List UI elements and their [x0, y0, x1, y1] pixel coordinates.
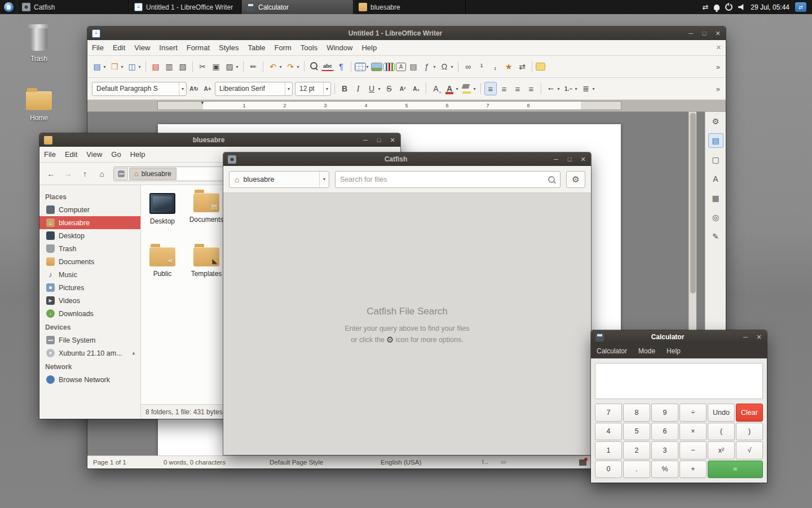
close-button[interactable]: ✕: [389, 133, 396, 147]
writer-menu-item[interactable]: Form: [270, 40, 295, 55]
insert-table-caret[interactable]: ▾: [365, 60, 370, 73]
maximize-button[interactable]: □: [566, 152, 573, 166]
volume-icon[interactable]: [738, 4, 745, 11]
close-button[interactable]: ✕: [714, 27, 721, 40]
insert-textbox-button[interactable]: A: [396, 63, 406, 71]
file-item-documents[interactable]: ▤ Documents: [185, 193, 228, 224]
accessibility-tab[interactable]: ✎: [708, 229, 723, 244]
close-button[interactable]: ✕: [756, 330, 762, 344]
calc-button-9[interactable]: 9: [651, 404, 678, 422]
calc-button-subtract[interactable]: −: [679, 441, 707, 459]
fm-menu-item[interactable]: Go: [107, 147, 125, 162]
catfish-results-area[interactable]: Catfish File Search Enter your query abo…: [223, 193, 591, 455]
writer-menu-item[interactable]: Window: [322, 40, 357, 55]
word-count-status[interactable]: 0 words, 0 characters: [164, 456, 226, 468]
calc-button-8[interactable]: 8: [623, 404, 650, 422]
special-character-caret[interactable]: ▾: [449, 60, 454, 73]
current-folder-crumb[interactable]: ⌂ bluesabre: [129, 168, 176, 180]
spelling-button[interactable]: abc: [321, 62, 334, 71]
calc-button-2[interactable]: 2: [623, 441, 650, 459]
network-icon[interactable]: ⇄: [702, 3, 708, 11]
sidebar-item-xubuntu-volume[interactable]: Xubuntu 21.10 am...▲: [39, 347, 140, 360]
close-button[interactable]: ✕: [580, 152, 586, 166]
desktop-icon-trash[interactable]: Trash: [20, 25, 58, 63]
navigator-tab[interactable]: ◎: [708, 210, 723, 225]
bullet-list-button[interactable]: •–: [545, 82, 557, 95]
writer-menu-item[interactable]: File: [87, 40, 108, 55]
taskbar-item-writer[interactable]: ≡ Untitled 1 - LibreOffice Writer: [129, 0, 241, 14]
calc-button-open-paren[interactable]: (: [708, 423, 735, 441]
minimize-button[interactable]: ─: [687, 27, 694, 40]
font-size-combo[interactable]: 12 pt ▾: [295, 82, 331, 96]
clone-formatting-button[interactable]: ✏: [247, 60, 259, 73]
sidebar-item-videos[interactable]: ▶Videos: [39, 294, 140, 307]
export-pdf-button[interactable]: ▤: [149, 60, 162, 73]
sidebar-item-computer[interactable]: Computer: [39, 203, 140, 216]
sidebar-item-bluesabre[interactable]: ⌂bluesabre: [39, 216, 140, 229]
writer-menu-item[interactable]: Table: [243, 40, 270, 55]
toolbar-overflow-button[interactable]: »: [714, 85, 722, 93]
toolbar-overflow-button[interactable]: »: [714, 63, 722, 71]
sidebar-item-file-system[interactable]: File System: [39, 334, 140, 347]
taskbar-item-catfish[interactable]: Catfish: [17, 0, 129, 14]
user-switch-icon[interactable]: ⇄: [795, 2, 806, 12]
calc-display[interactable]: [595, 363, 763, 399]
paragraph-style-combo[interactable]: Default Paragraph S ▾: [92, 82, 187, 96]
sidebar-item-documents[interactable]: Documents: [39, 255, 140, 268]
taskbar-item-calculator[interactable]: Calculator: [241, 0, 354, 14]
calc-button-sqrt[interactable]: √: [736, 441, 763, 459]
home-button[interactable]: ⌂: [94, 167, 109, 181]
calc-button-0[interactable]: 0: [595, 461, 622, 479]
fm-titlebar[interactable]: bluesabre ─ □ ✕: [39, 133, 400, 147]
insert-field-caret[interactable]: ▾: [432, 60, 437, 73]
desktop-icon-home[interactable]: Home: [20, 87, 58, 122]
writer-menu-item[interactable]: Insert: [155, 40, 182, 55]
underline-button[interactable]: U: [365, 82, 378, 95]
calculator-menu-item[interactable]: Mode: [633, 344, 661, 358]
bullet-list-caret[interactable]: ▾: [556, 82, 561, 95]
calc-button-equals[interactable]: =: [708, 461, 763, 479]
writer-titlebar[interactable]: ≡ Untitled 1 - LibreOffice Writer ─ □ ✕: [87, 27, 726, 40]
print-preview-button[interactable]: ▧: [176, 60, 189, 73]
special-character-button[interactable]: Ω: [438, 60, 451, 73]
fm-menu-item[interactable]: Edit: [60, 147, 82, 162]
undo-button[interactable]: ↶: [267, 60, 279, 73]
superscript-button[interactable]: A²: [396, 82, 409, 95]
calculator-titlebar[interactable]: Calculator ─ ✕: [591, 330, 767, 344]
undo-caret[interactable]: ▾: [278, 60, 283, 73]
paste-caret[interactable]: ▾: [235, 60, 240, 73]
sidebar-item-browse-network[interactable]: Browse Network: [39, 373, 140, 386]
sidebar-settings-tab[interactable]: ⚙: [708, 114, 723, 129]
sidebar-item-trash[interactable]: Trash: [39, 242, 140, 255]
calc-button-decimal[interactable]: .: [623, 461, 650, 479]
notifications-icon[interactable]: [714, 5, 720, 10]
root-crumb-button[interactable]: [114, 168, 128, 180]
calc-button-3[interactable]: 3: [651, 441, 678, 459]
properties-tab[interactable]: ▤: [708, 133, 723, 148]
open-caret[interactable]: ▾: [120, 60, 125, 73]
italic-button[interactable]: I: [352, 82, 364, 95]
new-document-button[interactable]: ▤: [91, 60, 103, 73]
new-style-button[interactable]: A+: [201, 82, 214, 95]
redo-button[interactable]: ↷: [284, 60, 297, 73]
page-style-status[interactable]: Default Page Style: [270, 456, 323, 468]
maximize-button[interactable]: □: [701, 27, 708, 40]
close-document-icon[interactable]: ✕: [716, 44, 721, 51]
footnote-button[interactable]: ¹: [475, 60, 488, 73]
back-button[interactable]: ←: [43, 167, 59, 181]
clear-formatting-button[interactable]: A: [430, 82, 442, 95]
calc-button-5[interactable]: 5: [623, 423, 650, 441]
file-item-templates[interactable]: ◣ Templates: [185, 247, 228, 278]
line-spacing-button[interactable]: ≣: [580, 82, 592, 95]
file-item-desktop[interactable]: Desktop: [141, 193, 184, 225]
file-item-public[interactable]: ⋖ Public: [141, 247, 184, 278]
calc-button-square[interactable]: x²: [708, 441, 735, 459]
page-break-button[interactable]: ▤: [407, 60, 420, 73]
page-tab[interactable]: ▢: [708, 152, 723, 167]
calc-button-multiply[interactable]: ×: [679, 423, 707, 441]
cut-button[interactable]: ✂: [196, 60, 209, 73]
location-dropdown[interactable]: ⌂ bluesabre ▾: [229, 171, 329, 188]
up-button[interactable]: ↑: [77, 167, 92, 181]
minimize-button[interactable]: ─: [553, 152, 559, 166]
sidebar-item-downloads[interactable]: ↓Downloads: [39, 307, 140, 320]
